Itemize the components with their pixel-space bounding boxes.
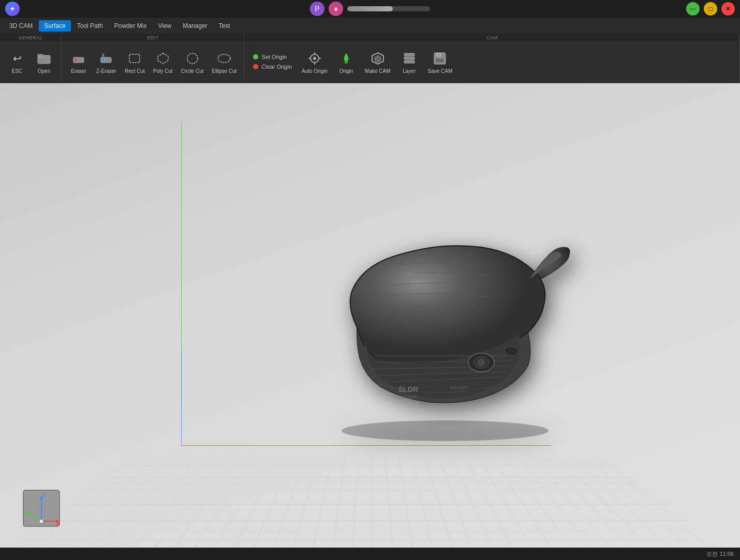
svg-rect-20 bbox=[404, 53, 415, 56]
circle-cut-label: Circle Cut bbox=[181, 68, 204, 74]
svg-rect-22 bbox=[404, 60, 415, 63]
svg-point-27 bbox=[342, 420, 549, 441]
auto-origin-icon bbox=[306, 50, 323, 67]
z-axis-label: Z bbox=[43, 492, 46, 498]
poly-cut-icon bbox=[155, 50, 171, 67]
menu-toolpath[interactable]: Tool Path bbox=[72, 20, 108, 32]
cam-label: CAM bbox=[245, 34, 739, 41]
menu-manager[interactable]: Manager bbox=[177, 20, 212, 32]
svg-rect-7 bbox=[129, 54, 140, 63]
z-eraser-icon: Z bbox=[98, 50, 114, 67]
svg-point-47 bbox=[40, 520, 43, 523]
origin-label: Origin bbox=[339, 68, 353, 74]
x-axis-line bbox=[181, 445, 551, 446]
save-cam-icon bbox=[432, 50, 448, 67]
edit-label: EDIT bbox=[62, 34, 244, 41]
clear-origin-label: Clear Origin bbox=[261, 64, 292, 70]
svg-text:460: 460 bbox=[419, 401, 427, 406]
esc-button[interactable]: ↩ ESC bbox=[4, 44, 30, 80]
z-eraser-button[interactable]: Z Z-Eraser bbox=[93, 44, 120, 80]
general-label: GENERAL bbox=[0, 34, 61, 41]
title-progress-bar bbox=[347, 6, 430, 11]
menu-test[interactable]: Test bbox=[214, 20, 235, 32]
layer-button[interactable]: Layer bbox=[396, 44, 422, 80]
status-time: 오전 11:06 bbox=[706, 550, 734, 558]
svg-text:SLDR: SLDR bbox=[398, 385, 418, 393]
ellipse-cut-button[interactable]: Ellipse Cut bbox=[209, 44, 241, 80]
svg-rect-3 bbox=[73, 57, 78, 63]
x-axis-label: X bbox=[56, 522, 60, 527]
menu-surface[interactable]: Surface bbox=[39, 20, 70, 32]
svg-rect-25 bbox=[436, 58, 444, 63]
svg-rect-26 bbox=[438, 54, 439, 56]
origin-subitems: Set Origin Clear Origin bbox=[249, 50, 296, 73]
xyz-indicator: Z X bbox=[21, 488, 62, 529]
make-cam-button[interactable]: Make CAM bbox=[361, 44, 394, 80]
svg-rect-1 bbox=[38, 54, 43, 56]
origin-icon bbox=[338, 50, 354, 67]
maximize-button[interactable]: □ bbox=[704, 2, 717, 16]
make-cam-icon bbox=[369, 50, 386, 67]
viewport[interactable]: SLDR TaylorMade 460 DRIVER Z bbox=[0, 83, 740, 560]
rect-cut-label: Rect Cut bbox=[125, 68, 145, 74]
save-cam-button[interactable]: Save CAM bbox=[424, 44, 456, 80]
titlebar: ✦ P ♦ — □ ✕ bbox=[0, 0, 740, 18]
z-axis-line bbox=[181, 350, 182, 445]
poly-cut-label: Poly Cut bbox=[153, 68, 173, 74]
menu-3dcam[interactable]: 3D CAM bbox=[4, 20, 38, 32]
app-avatar-pink: ♦ bbox=[329, 2, 343, 16]
auto-origin-button[interactable]: Auto Origin bbox=[298, 44, 331, 80]
svg-text:Z: Z bbox=[102, 53, 105, 57]
svg-point-12 bbox=[313, 57, 316, 60]
window-controls: — □ ✕ bbox=[686, 2, 735, 16]
menu-powdermix[interactable]: Powder Mix bbox=[109, 20, 152, 32]
save-cam-label: Save CAM bbox=[428, 68, 453, 74]
layer-label: Layer bbox=[403, 68, 416, 74]
app-icon: ✦ bbox=[5, 2, 20, 16]
app-avatar-purple: P bbox=[310, 2, 324, 16]
svg-point-9 bbox=[187, 53, 198, 64]
svg-point-17 bbox=[345, 60, 348, 64]
svg-rect-21 bbox=[404, 57, 415, 59]
ellipse-cut-icon bbox=[216, 50, 232, 67]
layer-icon bbox=[401, 50, 418, 67]
toolbar-group-cam: CAM Set Origin Clear Origin bbox=[245, 34, 740, 83]
rect-cut-button[interactable]: Rect Cut bbox=[121, 44, 149, 80]
open-icon bbox=[36, 50, 52, 67]
poly-cut-button[interactable]: Poly Cut bbox=[150, 44, 176, 80]
z-eraser-label: Z-Eraser bbox=[96, 68, 116, 74]
grid-floor bbox=[0, 455, 740, 560]
menu-view[interactable]: View bbox=[153, 20, 176, 32]
toolbar-group-edit: EDIT Eraser Z bbox=[62, 34, 245, 83]
menubar: 3D CAM Surface Tool Path Powder Mix View… bbox=[0, 18, 740, 34]
toolbar-group-general: GENERAL ↩ ESC Open bbox=[0, 34, 62, 83]
set-origin-item[interactable]: Set Origin bbox=[249, 52, 296, 62]
origin-button[interactable]: Origin bbox=[333, 44, 359, 80]
open-button[interactable]: Open bbox=[31, 44, 57, 80]
make-cam-label: Make CAM bbox=[365, 68, 390, 74]
golf-club-head: SLDR TaylorMade 460 DRIVER bbox=[295, 224, 595, 441]
eraser-button[interactable]: Eraser bbox=[66, 44, 92, 80]
circle-cut-icon bbox=[184, 50, 201, 67]
esc-icon: ↩ bbox=[9, 50, 25, 67]
rect-cut-icon bbox=[126, 50, 143, 67]
set-origin-dot bbox=[253, 54, 258, 59]
ellipse-cut-label: Ellipse Cut bbox=[212, 68, 237, 74]
svg-rect-5 bbox=[101, 57, 105, 63]
statusbar: 오전 11:06 bbox=[0, 548, 740, 560]
clear-origin-item[interactable]: Clear Origin bbox=[249, 62, 296, 71]
toolbar: GENERAL ↩ ESC Open EDIT bbox=[0, 34, 740, 83]
circle-cut-button[interactable]: Circle Cut bbox=[177, 44, 208, 80]
svg-point-10 bbox=[218, 54, 230, 63]
eraser-icon bbox=[70, 50, 87, 67]
set-origin-label: Set Origin bbox=[261, 54, 287, 60]
close-button[interactable]: ✕ bbox=[721, 2, 735, 16]
auto-origin-label: Auto Origin bbox=[302, 68, 328, 74]
minimize-button[interactable]: — bbox=[686, 2, 700, 16]
clear-origin-dot bbox=[253, 64, 258, 69]
eraser-label: Eraser bbox=[71, 68, 86, 74]
esc-label: ESC bbox=[12, 68, 23, 74]
svg-marker-19 bbox=[375, 55, 381, 63]
svg-text:DRIVER: DRIVER bbox=[450, 385, 468, 390]
titlebar-center: P ♦ bbox=[310, 2, 430, 16]
